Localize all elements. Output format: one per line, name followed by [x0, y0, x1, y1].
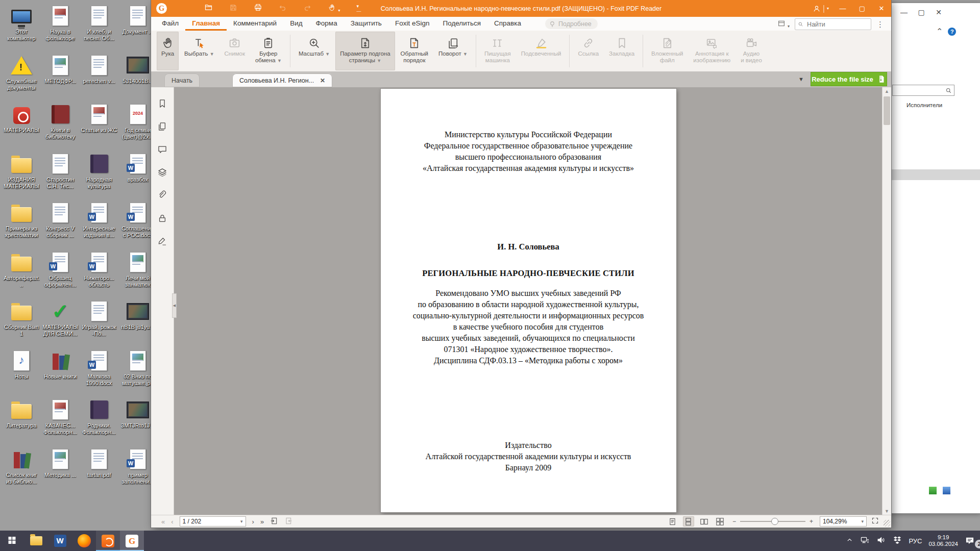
- tab-close-icon[interactable]: ✕: [320, 77, 325, 84]
- taskbar-app-explorer[interactable]: [24, 531, 48, 551]
- reduce-file-size-button[interactable]: Reduce the file size: [811, 72, 887, 86]
- toolbar-button-rotate[interactable]: Поворот ▼: [434, 32, 472, 70]
- desktop-icon[interactable]: !Служебные документы: [2, 54, 41, 91]
- desktop-icon[interactable]: WНижегоро... область: [80, 251, 118, 288]
- desktop-icon[interactable]: Наука в фольклоре: [41, 4, 80, 42]
- bwin-minimize-button[interactable]: —: [900, 8, 908, 16]
- customize-toolbar-icon[interactable]: ▾—: [356, 4, 361, 14]
- page-canvas[interactable]: Министерство культуры Российской Федерац…: [174, 87, 883, 515]
- view-mode-icon[interactable]: ▾: [777, 19, 790, 30]
- foxit-logo-icon[interactable]: G: [156, 3, 167, 14]
- desktop-icon[interactable]: Сборник Вып 1: [2, 299, 41, 337]
- print-icon[interactable]: [254, 3, 262, 14]
- bwin-maximize-button[interactable]: ▢: [918, 8, 925, 16]
- menu-item-комментарий[interactable]: Комментарий: [227, 17, 283, 31]
- desktop-icon[interactable]: Родники. Фольклорн...: [80, 398, 118, 436]
- clock[interactable]: 9:19 03.06.2024: [928, 534, 958, 547]
- fullscreen-icon[interactable]: [871, 517, 879, 526]
- next-view-icon[interactable]: [284, 517, 292, 527]
- sidebar-layers-icon[interactable]: [157, 167, 167, 180]
- zoom-slider-knob[interactable]: [771, 518, 778, 525]
- desktop-icon[interactable]: КАЗАЧЕС... Фольклорн...: [41, 398, 80, 436]
- desktop-icon[interactable]: Играй, рожок -По...: [80, 299, 118, 337]
- tray-hidden-icons-chevron[interactable]: [846, 536, 853, 546]
- zoom-in-icon[interactable]: +: [810, 518, 813, 525]
- menu-item-форма[interactable]: Форма: [309, 17, 344, 31]
- sidebar-comments-icon[interactable]: [157, 144, 167, 157]
- page-number-field[interactable]: 1 / 202 ▾: [180, 516, 246, 527]
- desktop-icon[interactable]: Методика ...: [41, 447, 80, 479]
- document-tab-2[interactable]: Соловьева И.Н. Регион...✕: [232, 73, 332, 87]
- open-file-icon[interactable]: [204, 3, 213, 14]
- desktop-icon[interactable]: ✓МАТЕРИАЛЫ ДЛЯ СЕМИ...: [41, 299, 80, 337]
- menu-item-справка[interactable]: Справка: [487, 17, 528, 31]
- desktop-icon[interactable]: Этот компьютер: [2, 4, 41, 42]
- desktop-icon[interactable]: МЕТОДФР...: [41, 54, 80, 85]
- sidebar-signature-icon[interactable]: [157, 236, 167, 248]
- bwin-collapse-icon[interactable]: ⌃: [936, 27, 943, 36]
- next-page-icon[interactable]: ›: [252, 518, 254, 525]
- desktop-icon[interactable]: WМалкова 1990.docx: [80, 349, 118, 387]
- zoom-level-field[interactable]: 104,29% ▾: [820, 516, 867, 527]
- menu-item-защитить[interactable]: Защитить: [344, 17, 388, 31]
- sidebar-thumbnails-icon[interactable]: [157, 121, 167, 134]
- help-icon[interactable]: ?: [948, 28, 956, 36]
- vertical-scrollbar[interactable]: ▲ ▼: [882, 87, 891, 515]
- scroll-up-icon[interactable]: ▲: [883, 87, 891, 95]
- desktop-icon[interactable]: Автореферат...: [2, 251, 41, 288]
- scroll-down-icon[interactable]: ▼: [883, 507, 891, 515]
- toolbar-button-select[interactable]: Выбрать ▼: [180, 32, 218, 70]
- menu-item-foxit-esign[interactable]: Foxit eSign: [388, 17, 436, 31]
- more-options-icon[interactable]: ⋮: [876, 20, 884, 29]
- find-input[interactable]: [806, 20, 868, 29]
- menu-item-файл[interactable]: Файл: [155, 17, 185, 31]
- account-icon[interactable]: |▾: [813, 4, 829, 13]
- bwin-close-button[interactable]: ✕: [935, 8, 942, 16]
- desktop-icon[interactable]: Книги в библиотеку: [41, 103, 80, 140]
- scrollbar-thumb[interactable]: [884, 96, 890, 125]
- menu-item-поделиться[interactable]: Поделиться: [436, 17, 487, 31]
- desktop-icon[interactable]: WОбразец оформлен...: [41, 251, 80, 288]
- toolbar-button-clipboard[interactable]: Буферобмена ▼: [251, 32, 286, 70]
- start-button[interactable]: [0, 531, 24, 551]
- taskbar-app-orange-app[interactable]: [96, 531, 120, 551]
- desktop-icon[interactable]: Конгресс V сборник ...: [41, 201, 80, 239]
- desktop-icon[interactable]: tartan.pdf: [80, 447, 118, 479]
- document-tab-1[interactable]: Начать: [164, 73, 200, 87]
- minimize-button[interactable]: —: [833, 0, 852, 17]
- dropbox-icon[interactable]: [893, 535, 902, 546]
- single-page-layout-icon[interactable]: [667, 516, 678, 527]
- first-page-icon[interactable]: «: [161, 518, 165, 525]
- volume-icon[interactable]: [876, 535, 886, 547]
- desktop-icon[interactable]: Народная культура: [80, 152, 118, 190]
- find-box[interactable]: [795, 18, 871, 30]
- taskbar-app-word[interactable]: W: [48, 531, 72, 551]
- tab-list-dropdown-icon[interactable]: ▼: [798, 76, 804, 82]
- toolbar-button-reverse-order[interactable]: Обратныйпорядок: [396, 32, 433, 70]
- prev-page-icon[interactable]: ‹: [171, 518, 173, 525]
- bwin-search-field[interactable]: [892, 85, 954, 96]
- menu-item-вид[interactable]: Вид: [283, 17, 309, 31]
- sidebar-bookmarks-icon[interactable]: [157, 98, 167, 111]
- sidebar-attachments-icon[interactable]: [157, 190, 167, 203]
- tell-me-field[interactable]: Подробнее: [545, 18, 598, 29]
- desktop-icon[interactable]: Литература: [2, 398, 41, 429]
- desktop-icon[interactable]: Статьи из ЖС: [80, 103, 118, 134]
- continuous-layout-icon[interactable]: [683, 516, 694, 527]
- network-icon[interactable]: [860, 535, 870, 547]
- last-page-icon[interactable]: »: [260, 518, 264, 525]
- hand-tool-quick-icon[interactable]: ▾: [328, 4, 340, 14]
- toolbar-button-hand[interactable]: Рука: [157, 32, 179, 70]
- previous-view-icon[interactable]: [270, 517, 278, 527]
- zoom-slider[interactable]: − +: [732, 518, 813, 525]
- taskbar-app-foxit[interactable]: G: [120, 531, 144, 551]
- desktop-icon[interactable]: perechen v...: [80, 54, 118, 85]
- facing-layout-icon[interactable]: [699, 516, 710, 527]
- desktop-icon[interactable]: ♪Ноты: [2, 349, 41, 380]
- desktop-icon[interactable]: Список книг из библио...: [2, 447, 41, 485]
- maximize-button[interactable]: ▢: [852, 0, 872, 17]
- taskbar-app-firefox[interactable]: [72, 531, 96, 551]
- bwin-selected-row[interactable]: [889, 169, 980, 180]
- desktop-icon[interactable]: Примеры из хрестоматии: [2, 201, 41, 239]
- desktop-icon[interactable]: Новые книги: [41, 349, 80, 380]
